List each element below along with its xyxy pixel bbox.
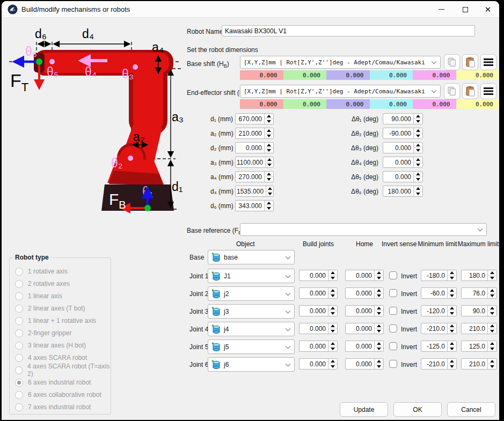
spin-up-button[interactable] xyxy=(488,306,496,311)
joint4-max-value[interactable]: 210.0 xyxy=(462,325,487,333)
joint6-build-value[interactable]: 0.000 xyxy=(300,360,328,368)
cancel-button[interactable]: Cancel xyxy=(447,402,495,417)
spin-up-button[interactable] xyxy=(265,172,273,176)
joint5-min-value[interactable]: -125.0 xyxy=(421,343,447,350)
robot-type-option-5[interactable]: 1 linear + 1 rotative axis xyxy=(15,316,96,326)
joint2-object-select[interactable]: j2 xyxy=(208,286,295,301)
joint5-max-spinbox[interactable]: 125.0 xyxy=(461,341,497,352)
spin-down-button[interactable] xyxy=(488,364,496,369)
robot-type-option-11[interactable]: 6 axes collaborative robot xyxy=(15,390,101,400)
joint1-max-spinbox[interactable]: 180.0 xyxy=(461,270,497,281)
joint4-invert-checkbox[interactable] xyxy=(389,324,397,333)
joint2-max-value[interactable]: 76.0 xyxy=(462,290,487,297)
tool-shift-x[interactable]: 0.000 xyxy=(240,99,283,109)
spinner-buttons[interactable] xyxy=(264,128,273,138)
tool-shift-format-select[interactable]: [X,Y,Z]mm | Rot[Z,Y',Z'']deg - Adept/Com… xyxy=(240,85,441,98)
joint5-home-spinbox[interactable]: 0.000 xyxy=(345,341,384,352)
spin-down-button[interactable] xyxy=(328,346,337,351)
spin-down-button[interactable] xyxy=(375,364,383,369)
joint1-build-spinbox[interactable]: 0.000 xyxy=(299,270,338,281)
spin-down-button[interactable] xyxy=(265,119,273,124)
joint2-build-value[interactable]: 0.000 xyxy=(300,290,328,297)
spinner-buttons[interactable] xyxy=(264,201,273,211)
joint6-home-value[interactable]: 0.000 xyxy=(346,360,374,368)
joint2-home-spinbox[interactable]: 0.000 xyxy=(345,287,384,299)
spin-down-button[interactable] xyxy=(414,176,422,182)
param-dt3-value[interactable]: 0.000 xyxy=(383,144,413,152)
joint6-max-spinbox[interactable]: 210.0 xyxy=(461,358,497,370)
joint5-min-spinbox[interactable]: -125.0 xyxy=(421,341,457,352)
param-d2-spinbox[interactable]: 0.000 xyxy=(235,142,274,153)
joint5-object-select[interactable]: j5 xyxy=(208,339,295,354)
spin-down-button[interactable] xyxy=(448,293,456,298)
spinner-buttons[interactable] xyxy=(328,270,337,280)
joint4-object-select[interactable]: j4 xyxy=(208,322,295,336)
spin-down-button[interactable] xyxy=(448,364,456,369)
tool-shift-rz[interactable]: 0.000 xyxy=(370,99,413,109)
joint3-invert-checkbox[interactable] xyxy=(389,307,397,315)
spin-up-button[interactable] xyxy=(375,288,383,293)
spin-down-button[interactable] xyxy=(488,328,496,334)
spin-down-button[interactable] xyxy=(488,346,496,351)
radio-icon[interactable] xyxy=(15,268,23,276)
joint4-min-value[interactable]: -210.0 xyxy=(421,325,447,333)
param-dt6-value[interactable]: 180.000 xyxy=(383,188,413,195)
joint3-build-value[interactable]: 0.000 xyxy=(300,307,328,315)
spin-down-button[interactable] xyxy=(375,346,383,351)
joint1-max-value[interactable]: 180.0 xyxy=(462,272,487,279)
robot-type-option-4[interactable]: 2 linear axes (T bot) xyxy=(15,304,85,313)
spinner-buttons[interactable] xyxy=(413,143,422,153)
tool-shift-ry[interactable]: 0.000 xyxy=(413,99,456,109)
joint6-home-spinbox[interactable]: 0.000 xyxy=(345,358,384,370)
robot-type-option-6[interactable]: 2-finger gripper xyxy=(15,328,71,338)
param-dt5-value[interactable]: 0.000 xyxy=(383,173,413,181)
spinner-buttons[interactable] xyxy=(487,288,496,298)
spin-down-button[interactable] xyxy=(448,311,456,316)
spin-down-button[interactable] xyxy=(414,133,422,138)
param-a2-spinbox[interactable]: 210.000 xyxy=(235,128,274,139)
param-dt4-spinbox[interactable]: 0.000 xyxy=(383,157,423,168)
spin-up-button[interactable] xyxy=(328,323,337,328)
joint1-object-select[interactable]: J1 xyxy=(208,269,295,283)
spin-down-button[interactable] xyxy=(488,275,496,280)
spinner-buttons[interactable] xyxy=(487,359,496,369)
tool-shift-paste-button[interactable] xyxy=(462,83,478,99)
tool-shift-z[interactable]: 0.000 xyxy=(326,99,370,109)
joint1-build-value[interactable]: 0.000 xyxy=(300,272,328,279)
spinner-buttons[interactable] xyxy=(374,341,383,351)
spin-up-button[interactable] xyxy=(448,359,456,364)
spinner-buttons[interactable] xyxy=(413,128,422,138)
base-shift-ry[interactable]: 0.000 xyxy=(413,70,456,80)
joint5-max-value[interactable]: 125.0 xyxy=(462,343,487,350)
joint1-invert-checkbox[interactable] xyxy=(389,271,397,279)
param-a3-value[interactable]: 1100.000 xyxy=(236,159,265,166)
joint3-object-select[interactable]: j3 xyxy=(208,304,295,319)
param-a4-spinbox[interactable]: 270.000 xyxy=(235,171,274,182)
radio-icon[interactable] xyxy=(15,403,23,411)
spin-up-button[interactable] xyxy=(375,323,383,328)
spin-up-button[interactable] xyxy=(328,288,337,293)
robot-type-option-10[interactable]: 6 axes industrial robot xyxy=(15,378,91,387)
spin-down-button[interactable] xyxy=(265,147,273,153)
base-shift-rz[interactable]: 0.000 xyxy=(370,70,413,80)
spinner-buttons[interactable] xyxy=(264,114,273,124)
base-shift-format-select[interactable]: [X,Y,Z]mm | Rot[Z,Y',Z'']deg - Adept/Com… xyxy=(240,56,441,69)
spin-up-button[interactable] xyxy=(488,359,496,364)
spin-up-button[interactable] xyxy=(265,128,273,133)
param-a4-value[interactable]: 270.000 xyxy=(236,173,264,181)
param-dt2-value[interactable]: -90.000 xyxy=(383,130,413,137)
spinner-buttons[interactable] xyxy=(328,341,337,351)
param-dt1-value[interactable]: 90.000 xyxy=(383,115,413,123)
spin-down-button[interactable] xyxy=(448,346,456,351)
spin-down-button[interactable] xyxy=(375,328,383,334)
joint6-min-spinbox[interactable]: -210.0 xyxy=(421,358,457,370)
joint6-build-spinbox[interactable]: 0.000 xyxy=(299,358,338,370)
joint2-build-spinbox[interactable]: 0.000 xyxy=(299,287,338,299)
spinner-buttons[interactable] xyxy=(447,288,456,298)
spin-up-button[interactable] xyxy=(448,323,456,328)
param-d1-value[interactable]: 670.000 xyxy=(236,115,264,123)
spinner-buttons[interactable] xyxy=(328,359,337,369)
joint4-build-value[interactable]: 0.000 xyxy=(300,325,328,333)
spin-down-button[interactable] xyxy=(265,133,273,138)
param-d4-value[interactable]: 1535.000 xyxy=(236,188,266,195)
